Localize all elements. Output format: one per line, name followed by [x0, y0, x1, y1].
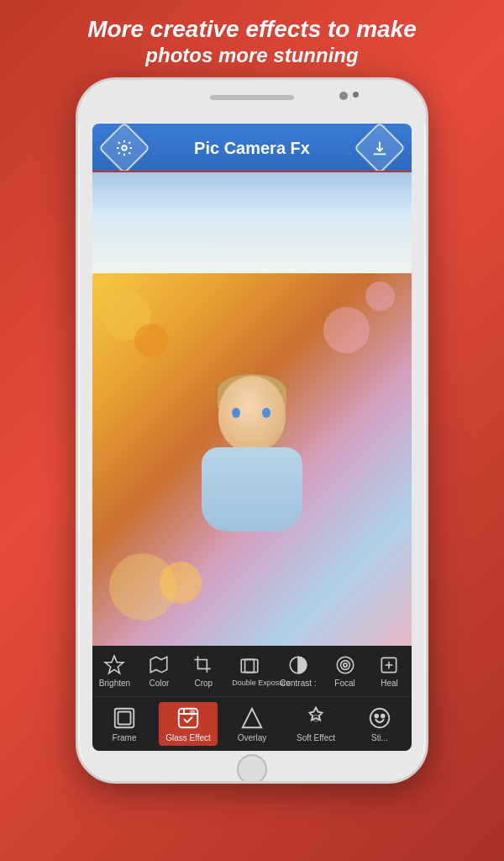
svg-marker-1 [106, 657, 124, 674]
svg-point-15 [370, 709, 390, 728]
soft-effect-label: Soft Effect [297, 733, 335, 742]
focal-label: Focal [334, 679, 354, 688]
overlay-label: Overlay [238, 733, 266, 742]
brighten-label: Brighten [99, 679, 130, 688]
app-header: Pic Camera Fx [92, 124, 412, 172]
glass-effect-label: Glass Effect [165, 733, 211, 742]
settings-icon-button[interactable] [98, 124, 150, 174]
svg-point-6 [340, 661, 349, 670]
svg-point-17 [381, 715, 385, 718]
camera-lens [339, 92, 348, 100]
contrast-label: Contrast : [280, 679, 316, 688]
app-title: Pic Camera Fx [194, 139, 310, 158]
double-exposure-tool[interactable]: Double Exposure [227, 652, 272, 691]
baby-head [218, 376, 286, 452]
svg-point-7 [343, 663, 346, 667]
camera-dots [339, 92, 359, 100]
phone-top [78, 80, 426, 124]
baby-eye-right [262, 408, 270, 418]
phone-shell: Pic Camera Fx [76, 77, 428, 784]
photo-area [92, 172, 412, 646]
headline-line1: More creative effects to make [87, 15, 417, 44]
speaker-grille [210, 95, 294, 100]
baby-figure [176, 376, 328, 544]
crop-tool[interactable]: Crop [182, 651, 224, 691]
contrast-tool[interactable]: Contrast : [275, 651, 321, 691]
crop-label: Crop [195, 679, 213, 688]
svg-point-16 [375, 715, 378, 718]
sky-background [92, 172, 412, 273]
headline-section: More creative effects to make photos mor… [71, 0, 433, 77]
download-icon-button[interactable] [354, 124, 406, 174]
svg-point-12 [191, 711, 195, 716]
soft-effect-tool[interactable]: Soft Effect [286, 702, 345, 746]
heal-tool[interactable]: Heal [368, 651, 410, 691]
overlay-tool[interactable]: Overlay [223, 702, 281, 746]
frame-tool[interactable]: Frame [95, 702, 154, 746]
color-tool[interactable]: Color [138, 651, 180, 691]
svg-marker-13 [243, 709, 262, 728]
toolbar-row1: Brighten Color Crop [92, 646, 412, 697]
focal-tool[interactable]: Focal [324, 651, 366, 691]
home-button[interactable] [237, 754, 267, 784]
baby-photo [92, 273, 412, 646]
phone-bottom [78, 758, 426, 781]
svg-point-0 [122, 146, 127, 151]
frame-label: Frame [113, 733, 137, 742]
color-label: Color [149, 679, 169, 688]
screen: Pic Camera Fx [92, 124, 412, 751]
toolbar: Brighten Color Crop [92, 646, 412, 751]
sticker-tool[interactable]: Sti... [350, 702, 409, 746]
sticker-label: Sti... [371, 733, 388, 742]
double-exposure-label: Double Exposure [232, 679, 267, 688]
glass-effect-tool[interactable]: Glass Effect [159, 702, 218, 746]
toolbar-row2: Frame Glass Effect [92, 697, 412, 751]
svg-point-5 [337, 658, 354, 674]
brighten-tool[interactable]: Brighten [93, 651, 135, 691]
camera-sensor [353, 92, 359, 98]
svg-rect-10 [118, 712, 131, 725]
heal-label: Heal [381, 679, 398, 688]
headline-line2: photos more stunning [87, 44, 417, 68]
svg-rect-2 [242, 659, 255, 672]
baby-body [202, 447, 302, 531]
baby-eye-left [232, 408, 240, 418]
svg-rect-3 [245, 659, 258, 672]
